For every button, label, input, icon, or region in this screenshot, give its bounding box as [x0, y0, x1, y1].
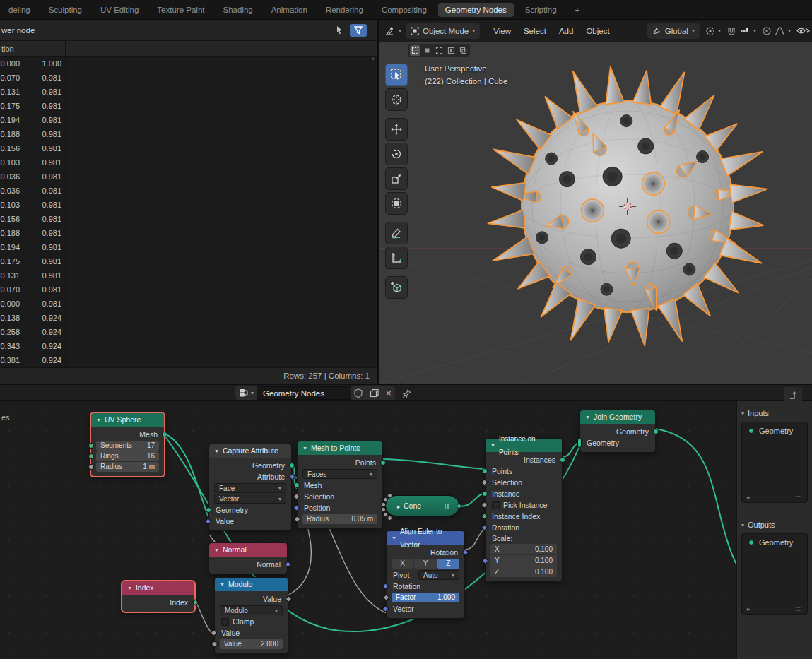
viewport-3d[interactable]: ▾ Object Mode ▾ ViewSelectAddObject Glob… — [379, 20, 812, 384]
spreadsheet-filter-button[interactable] — [350, 24, 367, 37]
workspace-tab-texture-paint[interactable]: Texture Paint — [150, 3, 211, 17]
falloff-chevron[interactable]: ▾ — [788, 28, 791, 34]
workspace-tab--[interactable]: + — [568, 3, 587, 17]
select-mode-extend[interactable] — [422, 45, 433, 56]
tool-cursor[interactable] — [385, 88, 408, 111]
spreadsheet-collapse-arrow[interactable]: ‹ — [372, 54, 375, 62]
socket-instances-out[interactable] — [560, 457, 565, 463]
spreadsheet-cursor-icon[interactable] — [331, 24, 348, 37]
orientation-dropdown[interactable]: Global ▾ — [647, 23, 700, 39]
inputs-panel-header[interactable]: ▾Inputs — [741, 407, 808, 420]
pivot-dropdown[interactable]: ▾ — [705, 26, 721, 36]
viewport-menu-object[interactable]: Object — [579, 27, 616, 35]
socket-geometry-in[interactable] — [206, 507, 211, 513]
tool-transform[interactable] — [385, 192, 408, 215]
grip-handle[interactable]: :::: — [795, 605, 802, 612]
field-radius[interactable]: Radius1 m — [96, 462, 159, 472]
data-type-dropdown[interactable]: Vector▾ — [214, 494, 286, 504]
axis-x-button[interactable]: X — [392, 559, 413, 569]
operation-dropdown[interactable]: Modulo▾ — [220, 605, 283, 615]
domain-dropdown[interactable]: Face▾ — [214, 483, 286, 493]
node-instance-on-points[interactable]: ▼Instance on Points Instances Points Sel… — [485, 438, 563, 582]
socket-segments-in[interactable] — [88, 443, 94, 449]
tool-annotate[interactable] — [385, 222, 408, 244]
workspace-tab-deling[interactable]: deling — [1, 3, 37, 17]
scale-y-field[interactable]: Y0.100 — [490, 555, 557, 566]
pin-icon[interactable] — [402, 388, 412, 398]
socket-mesh-out[interactable] — [162, 432, 167, 437]
viewport-menu-view[interactable]: View — [487, 27, 517, 35]
workspace-tab-sculpting[interactable]: Sculpting — [42, 3, 89, 17]
select-mode-subtract[interactable] — [434, 45, 445, 56]
field-segments[interactable]: Segments17 — [96, 441, 159, 451]
geometry-node-editor[interactable]: ▾ Geometry Nodes × es ▼UV Sphere Mesh Se… — [0, 384, 812, 659]
socket-points-in[interactable] — [482, 468, 488, 474]
cone-input-socket[interactable] — [387, 516, 392, 521]
scale-z-field[interactable]: Z0.100 — [490, 566, 557, 577]
fake-user-button[interactable] — [351, 386, 366, 400]
tool-add-cube[interactable] — [385, 276, 408, 299]
collapse-chevron-icon[interactable]: ▼ — [214, 543, 219, 557]
snap-target-icon[interactable] — [739, 26, 751, 36]
workspace-tab-scripting[interactable]: Scripting — [518, 3, 564, 17]
cone-input-socket[interactable] — [383, 497, 388, 502]
cone-input-socket[interactable] — [381, 502, 386, 507]
proportional-edit-icon[interactable] — [762, 26, 772, 36]
workspace-tab-geometry-nodes[interactable]: Geometry Nodes — [438, 3, 514, 17]
snap-chevron[interactable]: ▾ — [753, 28, 756, 34]
node-uv-sphere[interactable]: ▼UV Sphere Mesh Segments17 Rings16 Radiu… — [90, 412, 165, 477]
socket-geometry-out[interactable] — [289, 463, 295, 468]
input-item-geometry[interactable]: Geometry — [742, 422, 807, 435]
workspace-tab-shading[interactable]: Shading — [216, 3, 259, 17]
falloff-curve-icon[interactable] — [775, 26, 785, 36]
socket-geometry-multi-in[interactable] — [577, 438, 582, 448]
socket-geometry-out[interactable] — [653, 429, 659, 434]
node-tree-selector[interactable]: ▾ — [235, 386, 257, 400]
collapse-chevron-icon[interactable]: ▼ — [585, 410, 590, 424]
viewport-menu-select[interactable]: Select — [517, 27, 553, 35]
expand-handle[interactable]: ▸ — [747, 605, 751, 612]
field-rings[interactable]: Rings16 — [96, 451, 159, 461]
select-mode-intersect[interactable] — [458, 45, 469, 56]
axis-z-button[interactable]: Z — [437, 559, 459, 569]
node-tree-name-field[interactable]: Geometry Nodes — [257, 386, 351, 400]
tool-move[interactable] — [385, 118, 408, 141]
pick-instance-checkbox[interactable] — [492, 501, 500, 509]
workspace-tab-uv-editing[interactable]: UV Editing — [93, 3, 146, 17]
scale-x-field[interactable]: X0.100 — [490, 544, 557, 554]
output-item-geometry[interactable]: Geometry — [742, 534, 807, 547]
socket-instance-in[interactable] — [482, 491, 488, 497]
cone-input-socket[interactable] — [381, 507, 386, 512]
tool-scale[interactable] — [385, 167, 408, 190]
gizmo-eye-icon[interactable] — [796, 25, 811, 36]
workspace-tab-rendering[interactable]: Rendering — [319, 3, 370, 17]
tool-rotate[interactable] — [385, 143, 408, 165]
pivot-dropdown[interactable]: Auto▾ — [418, 570, 459, 580]
collapse-chevron-icon[interactable]: ▼ — [127, 581, 132, 595]
spreadsheet-column-header[interactable]: tion — [0, 41, 377, 57]
collapse-chevron-icon[interactable]: ▼ — [490, 439, 495, 452]
node-index[interactable]: ▼Index Index — [122, 581, 195, 612]
go-to-parent-tree-button[interactable] — [784, 387, 802, 403]
field-factor[interactable]: Factor1.000 — [392, 593, 459, 602]
unlink-button[interactable]: × — [382, 386, 395, 400]
tool-measure[interactable] — [385, 247, 408, 269]
axis-y-button[interactable]: Y — [414, 559, 436, 569]
snap-magnet-icon[interactable] — [726, 26, 736, 36]
socket-radius-in[interactable] — [88, 464, 94, 470]
node-join-geometry[interactable]: ▼Join Geometry Geometry Geometry — [579, 410, 656, 453]
collapse-chevron-icon[interactable]: ▼ — [96, 413, 101, 427]
cone-input-socket[interactable] — [387, 493, 392, 498]
editor-type-icon[interactable] — [385, 26, 396, 36]
mode-dropdown[interactable]: Object Mode ▾ — [406, 23, 480, 39]
collapse-chevron-icon[interactable]: ▼ — [214, 444, 219, 458]
workspace-tab-animation[interactable]: Animation — [264, 3, 314, 17]
mode-dropdown-faces[interactable]: Faces▾ — [302, 469, 377, 479]
node-capture-attribute[interactable]: ▼Capture Attribute Geometry Attribute Fa… — [208, 444, 292, 531]
node-math-modulo[interactable]: ▼Modulo Value Modulo▾ Clamp Value Value2… — [214, 577, 288, 654]
clamp-checkbox[interactable] — [221, 618, 229, 626]
socket-mesh-out[interactable] — [457, 504, 461, 509]
collapse-chevron-icon[interactable]: ▼ — [302, 441, 307, 455]
collapse-chevron-icon[interactable]: ▼ — [220, 578, 225, 591]
outputs-panel-header[interactable]: ▾Outputs — [741, 518, 808, 531]
